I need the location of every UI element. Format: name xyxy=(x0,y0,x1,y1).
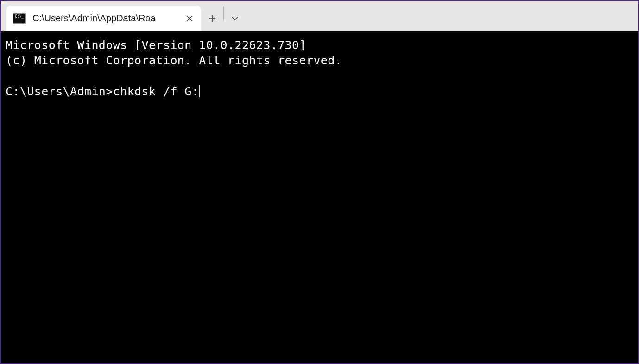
cursor xyxy=(199,85,200,97)
plus-icon xyxy=(208,14,216,23)
tab-active[interactable]: C:\Users\Admin\AppData\Roa xyxy=(6,6,201,31)
close-icon xyxy=(186,15,193,22)
banner-line: Microsoft Windows [Version 10.0.22623.73… xyxy=(6,38,634,53)
close-tab-button[interactable] xyxy=(183,12,196,25)
new-tab-button[interactable] xyxy=(201,6,223,31)
prompt-line: C:\Users\Admin>chkdsk /f G: xyxy=(6,84,634,99)
prompt-text: C:\Users\Admin> xyxy=(6,84,113,99)
terminal-area[interactable]: Microsoft Windows [Version 10.0.22623.73… xyxy=(1,31,638,363)
command-text: chkdsk /f G: xyxy=(113,84,199,99)
terminal-window: C:\Users\Admin\AppData\Roa Microsoft Win… xyxy=(0,0,639,364)
banner-line: (c) Microsoft Corporation. All rights re… xyxy=(6,53,634,68)
tab-title: C:\Users\Admin\AppData\Roa xyxy=(32,13,183,24)
title-bar: C:\Users\Admin\AppData\Roa xyxy=(1,1,638,31)
tab-dropdown-button[interactable] xyxy=(224,6,246,31)
chevron-down-icon xyxy=(231,14,239,23)
cmd-icon xyxy=(13,13,26,24)
blank-line xyxy=(6,69,634,84)
